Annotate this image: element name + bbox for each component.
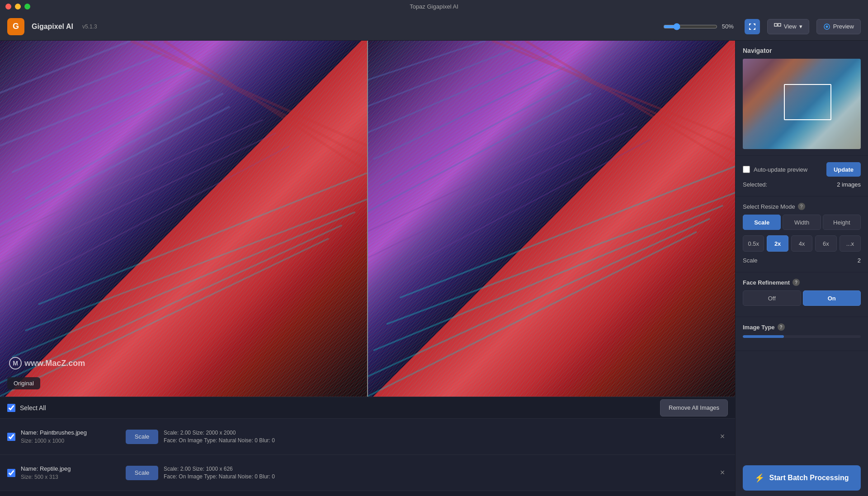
select-all-label: Select All (20, 404, 46, 412)
height-mode-button[interactable]: Height (823, 215, 861, 230)
resize-mode-buttons: Scale Width Height (743, 215, 861, 230)
preview-controls-section: Auto-update preview Update Selected: 2 i… (736, 156, 868, 197)
auto-update-left: Auto-update preview (743, 166, 807, 173)
minimize-window-button[interactable] (15, 4, 21, 9)
navigator-thumbnail (743, 59, 861, 149)
navigator-viewport (784, 84, 831, 120)
svg-line-24 (373, 67, 565, 159)
svg-line-17 (0, 239, 329, 397)
svg-line-13 (38, 173, 367, 304)
image-viewer: M www.MacZ.com Original (0, 41, 735, 496)
svg-line-5 (0, 54, 164, 120)
start-batch-button[interactable]: ⚡ Start Batch Processing (743, 465, 861, 491)
face-refinement-title: Face Refinement ? (743, 279, 861, 286)
svg-line-31 (387, 192, 735, 324)
svg-line-14 (25, 199, 367, 331)
scale-2x-button[interactable]: 2x (767, 235, 788, 252)
close-window-button[interactable] (5, 4, 11, 9)
selected-label: Selected: (743, 181, 767, 188)
remove-image-button-0[interactable]: × (717, 431, 728, 442)
select-all-checkbox[interactable] (7, 404, 15, 412)
image-type-fill (743, 335, 784, 338)
table-row: Name: Paintbrushes.jpeg Size: 1000 x 100… (0, 419, 735, 455)
svg-line-20 (164, 41, 367, 173)
scale-4x-button[interactable]: 4x (791, 235, 812, 252)
face-off-button[interactable]: Off (743, 290, 801, 306)
app-logo: G (7, 18, 24, 35)
preview-button[interactable]: Preview (816, 19, 861, 34)
image-row-checkbox-1[interactable] (7, 469, 15, 477)
image-rows: Name: Paintbrushes.jpeg Size: 1000 x 100… (0, 419, 735, 496)
svg-line-18 (131, 41, 367, 146)
remove-all-button[interactable]: Remove All Images (660, 399, 728, 416)
svg-line-29 (373, 140, 651, 285)
preview-label: Preview (833, 23, 854, 30)
scale-custom-button[interactable]: ...x (840, 235, 861, 252)
image-type-help-icon[interactable]: ? (778, 323, 785, 331)
toolbar: G Gigapixel AI v5.1.3 50% View ▾ Preview (0, 13, 868, 41)
right-panel: Navigator Auto-update preview Update Sel… (735, 41, 868, 496)
image-detail2-1: Face: On Image Type: Natural Noise: 0 Bl… (164, 473, 712, 480)
scale-mode-button[interactable]: Scale (743, 215, 781, 230)
svg-rect-1 (778, 23, 781, 26)
window-controls[interactable] (5, 4, 30, 9)
image-details-1: Scale: 2.00 Size: 1000 x 626 Face: On Im… (164, 466, 712, 480)
face-on-button[interactable]: On (803, 290, 861, 306)
main-content: M www.MacZ.com Original (0, 41, 868, 496)
svg-line-23 (368, 54, 552, 133)
svg-line-32 (373, 206, 723, 351)
scale-row: Scale 2 (743, 257, 861, 264)
image-name-1: Name: Reptile.jpeg (21, 465, 120, 472)
zoom-slider[interactable] (663, 23, 717, 30)
resize-mode-help-icon[interactable]: ? (798, 203, 805, 210)
remove-image-button-1[interactable]: × (717, 468, 728, 478)
scale-button-1[interactable]: Scale (126, 466, 158, 480)
svg-line-21 (368, 41, 486, 80)
scale-button-0[interactable]: Scale (126, 430, 158, 444)
titlebar: Topaz Gigapixel AI (0, 0, 868, 13)
face-refinement-help-icon[interactable]: ? (793, 279, 800, 286)
update-button[interactable]: Update (826, 162, 861, 177)
select-all-left: Select All (7, 404, 46, 412)
resize-mode-section: Select Resize Mode ? Scale Width Height … (736, 197, 868, 272)
batch-icon: ⚡ (755, 473, 764, 483)
svg-line-4 (0, 41, 131, 94)
svg-line-30 (400, 166, 735, 298)
svg-line-35 (492, 41, 735, 140)
select-all-bar: Select All Remove All Images (0, 397, 735, 419)
watermark: M www.MacZ.com (9, 357, 85, 370)
image-size-0: Size: 1000 x 1000 (21, 438, 120, 444)
scale-0-5x-button[interactable]: 0.5x (743, 235, 764, 252)
image-type-slider[interactable] (743, 335, 861, 338)
original-image-panel: M www.MacZ.com Original (0, 41, 368, 397)
face-refinement-toggle: Off On (743, 290, 861, 306)
image-detail2-0: Face: On Image Type: Natural Noise: 0 Bl… (164, 437, 712, 444)
image-info-0: Name: Paintbrushes.jpeg Size: 1000 x 100… (21, 429, 120, 444)
zoom-controls: 50% (663, 19, 760, 34)
original-label: Original (7, 377, 40, 389)
view-chevron-icon: ▾ (799, 23, 802, 30)
width-mode-button[interactable]: Width (783, 215, 821, 230)
image-list-area: Select All Remove All Images Name: Paint… (0, 397, 735, 496)
svg-line-37 (525, 41, 735, 166)
navigator-section: Navigator (736, 41, 868, 156)
resize-mode-title: Select Resize Mode ? (743, 203, 861, 210)
image-type-section: Image Type ? (736, 317, 868, 351)
image-name-0: Name: Paintbrushes.jpeg (21, 429, 120, 436)
image-row-checkbox-0[interactable] (7, 433, 15, 441)
zoom-fit-button[interactable] (745, 19, 760, 34)
svg-rect-0 (774, 23, 777, 26)
view-button[interactable]: View ▾ (767, 19, 809, 34)
image-type-title: Image Type ? (743, 323, 861, 331)
face-refinement-section: Face Refinement ? Off On (736, 272, 868, 317)
svg-line-28 (368, 126, 637, 258)
image-size-1: Size: 500 x 313 (21, 474, 120, 480)
scale-6x-button[interactable]: 6x (815, 235, 836, 252)
maximize-window-button[interactable] (24, 4, 30, 9)
image-info-1: Name: Reptile.jpeg Size: 500 x 313 (21, 465, 120, 480)
watermark-text: www.MacZ.com (24, 359, 85, 368)
view-label: View (784, 23, 797, 30)
svg-line-34 (368, 232, 697, 397)
selected-info: Selected: 2 images (743, 181, 861, 188)
auto-update-checkbox[interactable] (743, 166, 750, 173)
